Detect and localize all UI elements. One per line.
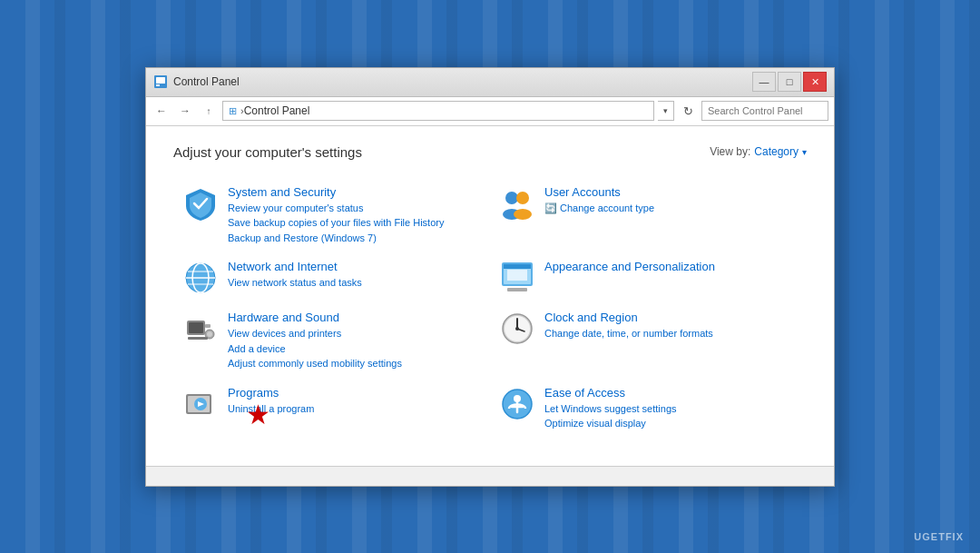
status-bar <box>146 466 834 486</box>
clock-content: Clock and Region Change date, time, or n… <box>544 311 713 341</box>
programs-link-1[interactable]: Uninstall a program <box>228 401 314 417</box>
svg-point-27 <box>515 327 519 331</box>
network-link-1[interactable]: View network status and tasks <box>228 275 362 291</box>
back-button[interactable]: ← <box>152 101 172 121</box>
svg-point-4 <box>516 192 529 204</box>
viewby-arrow: ▾ <box>802 147 807 157</box>
category-user-accounts: User Accounts 🔄 Change account type <box>490 178 807 253</box>
hardware-content: Hardware and Sound View devices and prin… <box>228 311 402 371</box>
user-accounts-link-1[interactable]: 🔄 Change account type <box>544 201 654 216</box>
page-heading: Adjust your computer's settings <box>173 144 362 160</box>
category-appearance: Appearance and Personalization <box>490 252 807 303</box>
ease-icon <box>499 386 535 422</box>
user-accounts-title[interactable]: User Accounts <box>544 185 654 199</box>
user-accounts-icon <box>499 185 535 222</box>
ease-title[interactable]: Ease of Access <box>544 386 677 400</box>
refresh-button[interactable]: ↻ <box>678 101 698 121</box>
content-area: Adjust your computer's settings View by:… <box>146 126 834 466</box>
change-account-icon: 🔄 <box>544 202 557 213</box>
svg-point-21 <box>207 331 212 337</box>
programs-content: Programs Uninstall a program <box>228 386 314 417</box>
view-by-control: View by: Category ▾ <box>710 145 807 158</box>
hardware-link-3[interactable]: Adjust commonly used mobility settings <box>228 356 402 371</box>
close-button[interactable]: ✕ <box>803 72 827 92</box>
ease-link-1[interactable]: Let Windows suggest settings <box>544 401 677 417</box>
hardware-title[interactable]: Hardware and Sound <box>228 311 402 324</box>
title-bar: Control Panel — □ ✕ <box>146 68 834 97</box>
hardware-link-2[interactable]: Add a device <box>228 341 402 357</box>
system-security-link-2[interactable]: Save backup copies of your files with Fi… <box>228 215 444 231</box>
svg-rect-19 <box>205 324 211 328</box>
path-icon: ⊞ <box>229 105 237 117</box>
path-text: Control Panel <box>244 104 310 117</box>
maximize-button[interactable]: □ <box>778 72 801 92</box>
category-clock: Clock and Region Change date, time, or n… <box>490 303 807 379</box>
content-header: Adjust your computer's settings View by:… <box>173 144 807 160</box>
network-title[interactable]: Network and Internet <box>228 260 362 273</box>
control-panel-window: Control Panel — □ ✕ ← → ↑ ⊞ › Control Pa… <box>145 67 835 487</box>
system-security-link-1[interactable]: Review your computer's status <box>228 201 444 216</box>
address-dropdown[interactable]: ▾ <box>658 101 674 121</box>
svg-point-6 <box>514 209 532 220</box>
ease-link-2[interactable]: Optimize visual display <box>544 416 677 431</box>
viewby-label: View by: <box>710 145 750 158</box>
network-icon <box>182 260 219 296</box>
window-controls: — □ ✕ <box>752 72 827 92</box>
svg-rect-22 <box>188 337 208 340</box>
appearance-title[interactable]: Appearance and Personalization <box>544 260 715 273</box>
watermark: UGETFIX <box>914 531 964 542</box>
svg-rect-18 <box>189 322 203 333</box>
viewby-option[interactable]: Category <box>754 145 799 158</box>
hardware-link-1[interactable]: View devices and printers <box>228 326 402 341</box>
appearance-content: Appearance and Personalization <box>544 260 715 275</box>
ease-content: Ease of Access Let Windows suggest setti… <box>544 386 677 431</box>
programs-icon <box>182 386 219 422</box>
category-programs: Programs Uninstall a program ★ <box>173 379 490 439</box>
network-content: Network and Internet View network status… <box>228 260 362 291</box>
window-icon <box>153 74 168 89</box>
system-security-title[interactable]: System and Security <box>228 185 444 199</box>
window-title: Control Panel <box>173 75 752 88</box>
hardware-icon <box>182 311 219 347</box>
system-security-icon <box>182 185 219 222</box>
categories-grid: System and Security Review your computer… <box>173 178 807 439</box>
forward-button[interactable]: → <box>175 101 195 121</box>
clock-icon <box>499 311 535 347</box>
user-accounts-content: User Accounts 🔄 Change account type <box>544 185 654 216</box>
svg-rect-16 <box>507 288 527 291</box>
svg-rect-15 <box>507 270 527 281</box>
address-path[interactable]: ⊞ › Control Panel <box>222 101 654 121</box>
minimize-button[interactable]: — <box>752 72 776 92</box>
category-ease: Ease of Access Let Windows suggest setti… <box>490 379 807 439</box>
svg-point-3 <box>505 192 518 204</box>
category-network: Network and Internet View network status… <box>173 252 490 303</box>
svg-rect-14 <box>504 264 531 269</box>
clock-title[interactable]: Clock and Region <box>544 311 713 324</box>
category-hardware: Hardware and Sound View devices and prin… <box>173 303 490 379</box>
category-system-security: System and Security Review your computer… <box>173 178 490 253</box>
clock-link-1[interactable]: Change date, time, or number formats <box>544 326 713 341</box>
search-input[interactable] <box>701 101 828 121</box>
svg-rect-2 <box>156 84 160 86</box>
address-bar: ← → ↑ ⊞ › Control Panel ▾ ↻ <box>146 97 834 126</box>
svg-rect-1 <box>156 77 165 84</box>
programs-title[interactable]: Programs <box>228 386 314 400</box>
system-security-content: System and Security Review your computer… <box>228 185 444 246</box>
system-security-link-3[interactable]: Backup and Restore (Windows 7) <box>228 231 444 246</box>
appearance-icon <box>499 260 535 296</box>
up-button[interactable]: ↑ <box>199 101 219 121</box>
